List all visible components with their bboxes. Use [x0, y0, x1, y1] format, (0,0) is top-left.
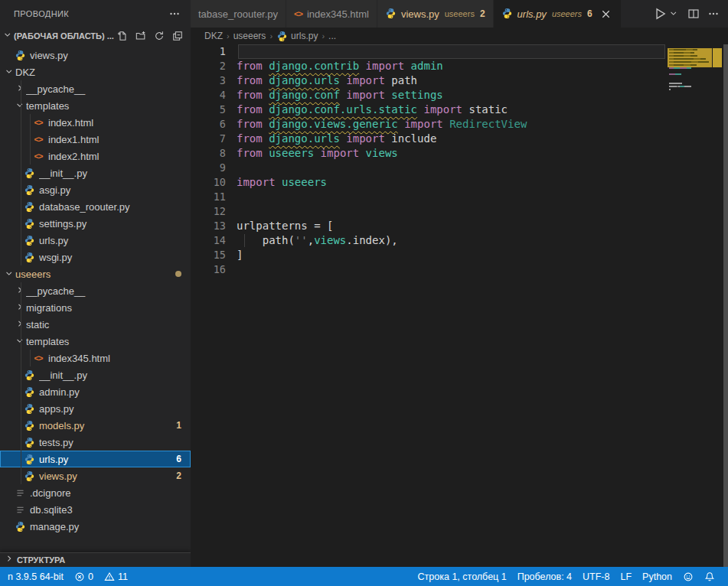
code-line-4[interactable]: 4from django.conf import settings — [191, 88, 728, 103]
tree-item-label: DKZ — [15, 67, 191, 78]
tab-index345-html[interactable]: <>index345.html — [286, 0, 377, 28]
breadcrumb-item[interactable]: urls.py — [276, 31, 318, 42]
tree-item-index345-html[interactable]: <>index345.html — [0, 350, 191, 366]
new-folder-button[interactable] — [132, 28, 149, 44]
breadcrumb-item[interactable]: ... — [328, 31, 336, 41]
chevron-right-icon — [14, 303, 26, 312]
code-line-13[interactable]: 13urlpatterns = [ — [191, 219, 728, 233]
vertical-scrollbar[interactable] — [723, 44, 728, 567]
status-utf-8[interactable]: UTF-8 — [577, 567, 615, 586]
line-number[interactable]: 3 — [191, 73, 237, 88]
code-line-1[interactable]: 1 — [191, 44, 728, 59]
minimap[interactable] — [668, 44, 712, 567]
tree-item-wsgi-py[interactable]: wsgi.py — [0, 249, 191, 265]
tree-item-asgi-py[interactable]: asgi.py — [0, 181, 191, 198]
line-number[interactable]: 15 — [191, 248, 237, 262]
code-line-10[interactable]: 10import useeers — [191, 175, 728, 190]
split-editor-button[interactable] — [685, 5, 702, 22]
new-file-button[interactable] — [114, 28, 131, 44]
tree-item-useeers[interactable]: useeers — [0, 265, 191, 282]
tree-item--init-py[interactable]: __init__.py — [0, 164, 191, 181]
tree-item-templates[interactable]: templates — [0, 97, 191, 114]
line-number[interactable]: 11 — [191, 190, 237, 204]
status-n-3-9-5-64-bit[interactable]: n 3.9.5 64-bit — [2, 567, 69, 586]
code-line-8[interactable]: 8from useeers import views — [191, 146, 728, 161]
tree-item-migrations[interactable]: migrations — [0, 299, 191, 316]
status-bell[interactable] — [699, 567, 720, 586]
minimap-line — [669, 61, 709, 63]
tree-item-dkz[interactable]: DKZ — [0, 63, 191, 80]
line-number[interactable]: 13 — [191, 219, 237, 233]
chevron-down-button[interactable] — [665, 5, 682, 22]
more-button[interactable] — [705, 5, 722, 22]
code-line-14[interactable]: 14 path('',views.index), — [191, 233, 728, 248]
tree-item-views-py[interactable]: views.py2 — [0, 467, 191, 484]
line-number[interactable]: 4 — [191, 88, 237, 103]
line-number[interactable]: 16 — [191, 262, 237, 277]
breadcrumb-item[interactable]: useeers — [233, 31, 266, 41]
line-number[interactable]: 12 — [191, 204, 237, 219]
status-lf[interactable]: LF — [615, 567, 637, 586]
tree-item-urls-py[interactable]: urls.py6 — [0, 451, 191, 467]
tree-item--dcignore[interactable]: .dcignore — [0, 484, 191, 501]
status-feedback[interactable] — [677, 567, 699, 586]
tree-item-index1-html[interactable]: <>index1.html — [0, 131, 191, 148]
refresh-button[interactable] — [151, 28, 168, 44]
code-editor[interactable]: 12from django.contrib import admin3from … — [191, 44, 728, 567]
code-line-3[interactable]: 3from django.urls import path — [191, 73, 728, 88]
status-пробелов-4[interactable]: Пробелов: 4 — [512, 567, 577, 586]
chevron-down-icon — [15, 337, 24, 346]
line-number[interactable]: 9 — [191, 161, 237, 175]
outline-section-header[interactable]: СТРУКТУРА — [0, 552, 191, 567]
line-number[interactable]: 6 — [191, 117, 237, 132]
tree-item-apps-py[interactable]: apps.py — [0, 400, 191, 417]
tree-item-manage-py[interactable]: manage.py — [0, 518, 191, 535]
status-python[interactable]: Python — [637, 567, 677, 586]
line-number[interactable]: 14 — [191, 233, 237, 248]
line-number[interactable]: 10 — [191, 175, 237, 190]
more-icon[interactable] — [166, 5, 183, 22]
code-line-6[interactable]: 6from django.views.generic import Redire… — [191, 117, 728, 132]
code-line-9[interactable]: 9 — [191, 161, 728, 175]
tree-item-index-html[interactable]: <>index.html — [0, 114, 191, 131]
code-line-2[interactable]: 2from django.contrib import admin — [191, 59, 728, 73]
tree-item--init-py[interactable]: __init__.py — [0, 366, 191, 383]
tab-views-py[interactable]: views.pyuseeers2 — [377, 0, 493, 28]
status-строка-1-столбец-1[interactable]: Строка 1, столбец 1 — [413, 567, 512, 586]
status-warn[interactable]: 11 — [99, 567, 133, 586]
tree-item-database-roouter-py[interactable]: database_roouter.py — [0, 198, 191, 215]
close-icon[interactable] — [599, 7, 613, 21]
tree-item-models-py[interactable]: models.py1 — [0, 417, 191, 434]
tab-tabase-roouter-py[interactable]: tabase_roouter.py — [191, 0, 286, 28]
code-line-12[interactable]: 12 — [191, 204, 728, 219]
line-number[interactable]: 8 — [191, 146, 237, 161]
tree-item-index2-html[interactable]: <>index2.html — [0, 148, 191, 164]
code-line-5[interactable]: 5from django.conf.urls.static import sta… — [191, 103, 728, 117]
line-number[interactable]: 7 — [191, 132, 237, 146]
status-bar: n 3.9.5 64-bit011 Строка 1, столбец 1Про… — [0, 567, 728, 586]
tree-item-static[interactable]: static — [0, 316, 191, 333]
line-number[interactable]: 2 — [191, 59, 237, 73]
tree-item-db-sqlite3[interactable]: db.sqlite3 — [0, 501, 191, 518]
chevron-right-icon — [15, 286, 24, 295]
tree-item-admin-py[interactable]: admin.py — [0, 383, 191, 400]
tree-item-tests-py[interactable]: tests.py — [0, 434, 191, 451]
tab-urls-py[interactable]: urls.pyuseeers6 — [494, 0, 621, 28]
tree-item-views-py[interactable]: views.py — [0, 47, 191, 63]
tree-item-settings-py[interactable]: settings.py — [0, 215, 191, 232]
status-error[interactable]: 0 — [69, 567, 99, 586]
collapse-all-button[interactable] — [169, 28, 186, 44]
line-number[interactable]: 1 — [191, 44, 237, 59]
code-line-15[interactable]: 15] — [191, 248, 728, 262]
line-number[interactable]: 5 — [191, 103, 237, 117]
tree-item-urls-py[interactable]: urls.py — [0, 232, 191, 249]
code-line-16[interactable]: 16 — [191, 262, 728, 277]
tree-item--pycache-[interactable]: __pycache__ — [0, 80, 191, 97]
code-line-7[interactable]: 7from django.urls import include — [191, 132, 728, 146]
chevron-right-icon — [5, 555, 14, 564]
workspace-section-header[interactable]: (РАБОЧАЯ ОБЛАСТЬ) ... — [0, 28, 191, 44]
code-line-11[interactable]: 11 — [191, 190, 728, 204]
tree-item-templates[interactable]: templates — [0, 333, 191, 350]
tree-item--pycache-[interactable]: __pycache__ — [0, 282, 191, 299]
breadcrumb-item[interactable]: DKZ — [204, 31, 223, 41]
